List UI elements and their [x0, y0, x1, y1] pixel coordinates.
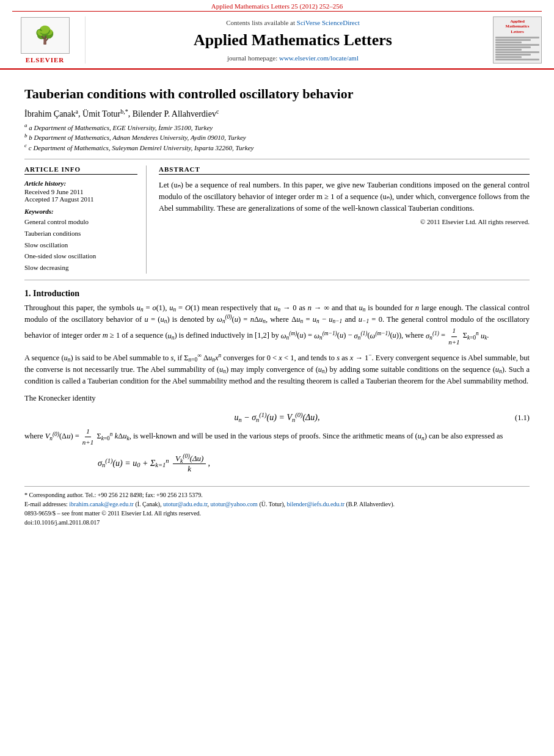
journal-header: 🌳 ELSEVIER Contents lists available at S…	[0, 12, 554, 70]
journal-thumbnail: Applied Mathematics Letters	[493, 16, 542, 64]
sigma-equation-content: σn(1)(u) = u0 + Σk=1n Vk(0)(Δu) k ,	[98, 454, 210, 474]
equation-1-1-label: (1.1)	[515, 413, 530, 423]
divider-2	[24, 280, 530, 280]
journal-title: Applied Mathematics Letters	[194, 31, 392, 49]
received-text: Received 9 June 2011 Accepted 17 August …	[24, 188, 137, 203]
equation-1-1-content: un − σn(1)(u) = Vn(0)(Δu),	[234, 413, 319, 423]
email-canak[interactable]: ibrahim.canak@ege.edu.tr	[69, 501, 134, 507]
affiliation-b: b b Department of Mathematics, Adnan Men…	[24, 133, 530, 143]
info-abstract-columns: ARTICLE INFO Article history: Received 9…	[24, 165, 530, 273]
email-line: E-mail addresses: ibrahim.canak@ege.edu.…	[24, 500, 530, 509]
copyright-notice: © 2011 Elsevier Ltd. All rights reserved…	[159, 218, 530, 225]
affiliation-a: a a Department of Mathematics, EGE Unive…	[24, 123, 530, 133]
keyword-2: Tauberian conditions	[24, 228, 137, 239]
email-totur-1[interactable]: utotur@adu.edu.tr	[163, 501, 208, 507]
tree-icon: 🌳	[34, 27, 56, 44]
homepage-link: journal homepage: www.elsevier.com/locat…	[227, 54, 359, 62]
email-label: E-mail addresses:	[24, 501, 68, 507]
footer: * Corresponding author. Tel.: +90 256 21…	[24, 486, 530, 527]
content-area: Tauberian conditions with controlled osc…	[0, 70, 554, 539]
thumb-lines	[495, 36, 539, 61]
keyword-1: General control modulo	[24, 216, 137, 228]
authors: İbrahim Çanaka, Ümit Toturb,*, Bilender …	[24, 109, 530, 119]
thumb-title: Applied Mathematics Letters	[506, 19, 530, 34]
elsevier-wordmark: ELSEVIER	[26, 56, 65, 64]
logo-image: 🌳	[21, 17, 70, 54]
keyword-5: Slow decreasing	[24, 262, 137, 274]
elsevier-logo: 🌳 ELSEVIER	[12, 16, 86, 64]
article-info-column: ARTICLE INFO Article history: Received 9…	[24, 165, 147, 273]
page: Applied Mathematics Letters 25 (2012) 25…	[0, 0, 554, 756]
keyword-3: Slow oscillation	[24, 239, 137, 251]
doi-line: doi:10.1016/j.aml.2011.08.017	[24, 518, 530, 527]
corresponding-author: * Corresponding author. Tel.: +90 256 21…	[24, 490, 530, 500]
equation-1-1: un − σn(1)(u) = Vn(0)(Δu), (1.1)	[24, 413, 530, 423]
journal-header-center: Contents lists available at SciVerse Sci…	[93, 16, 493, 64]
divider-1	[24, 159, 530, 159]
article-title: Tauberian conditions with controlled osc…	[24, 85, 530, 103]
journal-citation: Applied Mathematics Letters 25 (2012) 25…	[211, 2, 343, 10]
homepage-anchor[interactable]: www.elsevier.com/locate/aml	[279, 54, 359, 62]
kronecker-explanation: where Vn(0)(Δu) = 1n+1 Σk=0n kΔuk, is we…	[24, 426, 530, 448]
article-info-heading: ARTICLE INFO	[24, 165, 137, 175]
keywords-list: General control modulo Tauberian conditi…	[24, 216, 137, 273]
email-totur-2[interactable]: utotur@yahoo.com	[211, 501, 258, 507]
history-label: Article history:	[24, 180, 137, 187]
sigma-equation: σn(1)(u) = u0 + Σk=1n Vk(0)(Δu) k ,	[24, 454, 530, 474]
affiliation-c: c c Department of Mathematics, Suleyman …	[24, 143, 530, 153]
journal-citation-bar: Applied Mathematics Letters 25 (2012) 25…	[12, 0, 542, 12]
intro-heading: 1. Introduction	[24, 289, 530, 299]
sciverse-anchor[interactable]: SciVerse ScienceDirect	[297, 19, 360, 26]
abstract-heading: ABSTRACT	[159, 165, 530, 175]
sciverse-link: Contents lists available at SciVerse Sci…	[226, 19, 359, 26]
intro-para-3: The Kronecker identity	[24, 393, 530, 404]
email-addresses: ibrahim.canak@ege.edu.tr (İ. Çanak), uto…	[69, 501, 395, 507]
issn-line: 0893-9659/$ – see front matter © 2011 El…	[24, 509, 530, 518]
author-1: İbrahim Çanaka, Ümit Toturb,*, Bilender …	[24, 109, 219, 118]
intro-para-1: Throughout this paper, the symbols un = …	[24, 302, 530, 347]
abstract-column: ABSTRACT Let (uₙ) be a sequence of real …	[159, 165, 530, 273]
abstract-text: Let (uₙ) be a sequence of real numbers. …	[159, 180, 530, 214]
keyword-4: One-sided slow oscillation	[24, 250, 137, 262]
email-allahverdiev[interactable]: bilender@iefs.du.edu.tr	[287, 501, 344, 507]
keywords-label: Keywords:	[24, 208, 137, 215]
intro-para-2: A sequence (un) is said to be Abel summa…	[24, 352, 530, 388]
affiliations: a a Department of Mathematics, EGE Unive…	[24, 123, 530, 153]
